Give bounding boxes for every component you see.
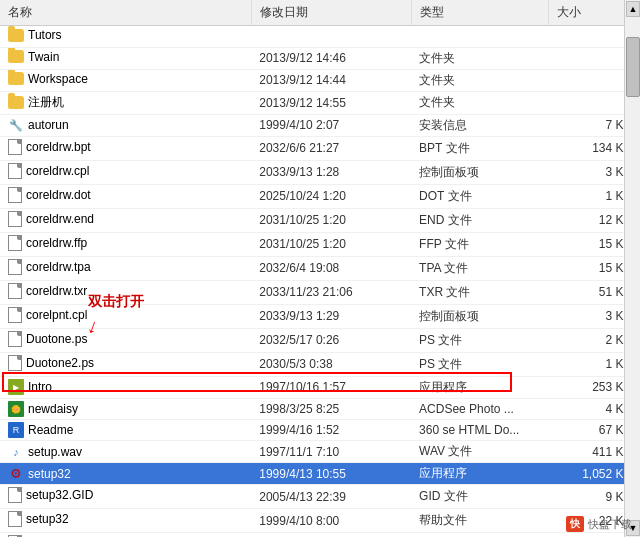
file-modified: 2033/9/13 1:29 bbox=[251, 304, 411, 328]
file-type: PS 文件 bbox=[411, 352, 548, 376]
file-name[interactable]: 🔧 autorun bbox=[0, 114, 251, 136]
table-row[interactable]: Tutors bbox=[0, 26, 640, 48]
file-type: 文件夹 bbox=[411, 47, 548, 69]
file-table: 名称 修改日期 类型 大小 Tutors Twain 2013/9/12 14:… bbox=[0, 0, 640, 537]
file-type: PS 文件 bbox=[411, 328, 548, 352]
file-modified: 2013/9/12 14:46 bbox=[251, 47, 411, 69]
file-modified: 2032/5/17 0:26 bbox=[251, 328, 411, 352]
file-modified: 2025/10/24 1:20 bbox=[251, 184, 411, 208]
file-name[interactable]: ♪ setup.wav bbox=[0, 441, 251, 463]
file-type: ACDSee Photo ... bbox=[411, 398, 548, 420]
file-type: 控制面板项 bbox=[411, 160, 548, 184]
watermark-logo: 快 bbox=[566, 516, 584, 532]
file-type: END 文件 bbox=[411, 208, 548, 232]
table-row[interactable]: Duotone.ps 2032/5/17 0:26 PS 文件 2 KB bbox=[0, 328, 640, 352]
col-name[interactable]: 名称 bbox=[0, 0, 251, 26]
file-modified: 2032/6/4 19:08 bbox=[251, 256, 411, 280]
col-modified[interactable]: 修改日期 bbox=[251, 0, 411, 26]
file-list-container: 名称 修改日期 类型 大小 Tutors Twain 2013/9/12 14:… bbox=[0, 0, 640, 537]
file-modified: 1999/1/17 11:47 bbox=[251, 533, 411, 538]
table-row[interactable]: coreldrw.txr 2033/11/23 21:06 TXR 文件 51 … bbox=[0, 280, 640, 304]
file-name[interactable]: coreldrw.ffp bbox=[0, 232, 251, 256]
table-row[interactable]: coreldrw.dot 2025/10/24 1:20 DOT 文件 1 KB bbox=[0, 184, 640, 208]
file-type: 控制面板项 bbox=[411, 304, 548, 328]
file-type: 应用程序 bbox=[411, 376, 548, 398]
file-name[interactable]: Twain bbox=[0, 47, 251, 69]
file-modified: 2013/9/12 14:44 bbox=[251, 69, 411, 91]
file-modified: 2030/5/3 0:38 bbox=[251, 352, 411, 376]
file-name[interactable]: coreldrw.bpt bbox=[0, 136, 251, 160]
file-name[interactable]: coreldrw.cpl bbox=[0, 160, 251, 184]
file-type: 360 se HTML Do... bbox=[411, 420, 548, 441]
file-name[interactable]: Workspace bbox=[0, 69, 251, 91]
file-modified: 1998/3/25 8:25 bbox=[251, 398, 411, 420]
table-row[interactable]: ♪ setup.wav 1997/11/1 7:10 WAV 文件 411 KB bbox=[0, 441, 640, 463]
table-header: 名称 修改日期 类型 大小 bbox=[0, 0, 640, 26]
table-row[interactable]: Twain 2013/9/12 14:46 文件夹 bbox=[0, 47, 640, 69]
file-modified: 2033/11/23 21:06 bbox=[251, 280, 411, 304]
table-row[interactable]: 🌼 newdaisy 1998/3/25 8:25 ACDSee Photo .… bbox=[0, 398, 640, 420]
table-row[interactable]: setup32 1999/4/10 8:00 帮助文件 22 KB bbox=[0, 509, 640, 533]
file-name[interactable]: R Readme bbox=[0, 420, 251, 441]
file-modified: 1999/4/13 10:55 bbox=[251, 463, 411, 485]
file-type: 文件夹 bbox=[411, 69, 548, 91]
file-name[interactable]: 注册机 bbox=[0, 91, 251, 114]
table-row[interactable]: setup32.GID 2005/4/13 22:39 GID 文件 9 KB bbox=[0, 485, 640, 509]
file-name[interactable]: corelpnt.cpl bbox=[0, 304, 251, 328]
file-name[interactable]: coreldrw.txr bbox=[0, 280, 251, 304]
file-type: 帮助文件 bbox=[411, 509, 548, 533]
file-name[interactable]: Tutors bbox=[0, 26, 251, 48]
scrollbar[interactable]: ▲ ▼ bbox=[624, 0, 640, 537]
table-row[interactable]: corelpnt.cpl 2033/9/13 1:29 控制面板项 3 KB bbox=[0, 304, 640, 328]
file-type: 文本文档 bbox=[411, 533, 548, 538]
file-modified: 1999/4/10 8:00 bbox=[251, 509, 411, 533]
col-type[interactable]: 类型 bbox=[411, 0, 548, 26]
table-row[interactable]: Workspace 2013/9/12 14:44 文件夹 bbox=[0, 69, 640, 91]
file-modified: 2033/9/13 1:28 bbox=[251, 160, 411, 184]
file-name[interactable]: 🌼 newdaisy bbox=[0, 398, 251, 420]
table-row[interactable]: coreldrw.ffp 2031/10/25 1:20 FFP 文件 15 K… bbox=[0, 232, 640, 256]
file-type: TXR 文件 bbox=[411, 280, 548, 304]
file-type: 应用程序 bbox=[411, 463, 548, 485]
file-name[interactable]: setup32 bbox=[0, 509, 251, 533]
file-name[interactable]: coreldrw.tpa bbox=[0, 256, 251, 280]
watermark-text: 快盘下载 bbox=[588, 517, 632, 532]
file-modified: 2032/6/6 21:27 bbox=[251, 136, 411, 160]
file-type: TPA 文件 bbox=[411, 256, 548, 280]
file-type: BPT 文件 bbox=[411, 136, 548, 160]
file-modified: 1999/4/16 1:52 bbox=[251, 420, 411, 441]
file-type: FFP 文件 bbox=[411, 232, 548, 256]
file-type: WAV 文件 bbox=[411, 441, 548, 463]
file-modified: 1999/4/10 2:07 bbox=[251, 114, 411, 136]
file-name[interactable]: ⚙ setup32 bbox=[0, 463, 251, 485]
scrollbar-thumb[interactable] bbox=[626, 37, 640, 97]
table-row[interactable]: Duotone2.ps 2030/5/3 0:38 PS 文件 1 KB bbox=[0, 352, 640, 376]
file-name[interactable]: volinfo bbox=[0, 533, 251, 538]
file-type bbox=[411, 26, 548, 48]
table-row[interactable]: ⚙ setup32 1999/4/13 10:55 应用程序 1,052 KB bbox=[0, 463, 640, 485]
file-modified: 2031/10/25 1:20 bbox=[251, 232, 411, 256]
file-modified: 2013/9/12 14:55 bbox=[251, 91, 411, 114]
table-row[interactable]: 🔧 autorun 1999/4/10 2:07 安装信息 7 KB bbox=[0, 114, 640, 136]
file-name[interactable]: coreldrw.end bbox=[0, 208, 251, 232]
file-name[interactable]: Duotone.ps bbox=[0, 328, 251, 352]
file-modified: 2031/10/25 1:20 bbox=[251, 208, 411, 232]
file-modified bbox=[251, 26, 411, 48]
table-row[interactable]: coreldrw.bpt 2032/6/6 21:27 BPT 文件 134 K… bbox=[0, 136, 640, 160]
file-name[interactable]: ▶ Intro bbox=[0, 376, 251, 398]
table-row[interactable]: coreldrw.end 2031/10/25 1:20 END 文件 12 K… bbox=[0, 208, 640, 232]
file-name[interactable]: Duotone2.ps bbox=[0, 352, 251, 376]
table-row[interactable]: R Readme 1999/4/16 1:52 360 se HTML Do..… bbox=[0, 420, 640, 441]
table-row[interactable]: coreldrw.tpa 2032/6/4 19:08 TPA 文件 15 KB bbox=[0, 256, 640, 280]
table-row[interactable]: 注册机 2013/9/12 14:55 文件夹 bbox=[0, 91, 640, 114]
table-row[interactable]: coreldrw.cpl 2033/9/13 1:28 控制面板项 3 KB bbox=[0, 160, 640, 184]
file-modified: 1997/10/16 1:57 bbox=[251, 376, 411, 398]
file-name[interactable]: setup32.GID bbox=[0, 485, 251, 509]
table-row[interactable]: volinfo 1999/1/17 11:47 文本文档 1 KB bbox=[0, 533, 640, 538]
file-name[interactable]: coreldrw.dot bbox=[0, 184, 251, 208]
table-row[interactable]: ▶ Intro 1997/10/16 1:57 应用程序 253 KB bbox=[0, 376, 640, 398]
watermark: 快 快盘下载 bbox=[566, 516, 632, 532]
file-type: DOT 文件 bbox=[411, 184, 548, 208]
file-type: GID 文件 bbox=[411, 485, 548, 509]
file-modified: 1997/11/1 7:10 bbox=[251, 441, 411, 463]
